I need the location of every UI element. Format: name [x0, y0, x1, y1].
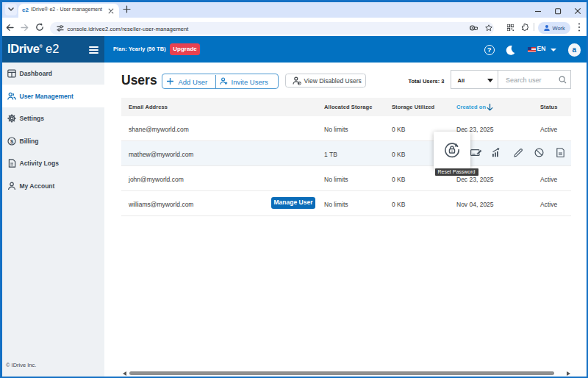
svg-text:$: $: [10, 138, 13, 144]
